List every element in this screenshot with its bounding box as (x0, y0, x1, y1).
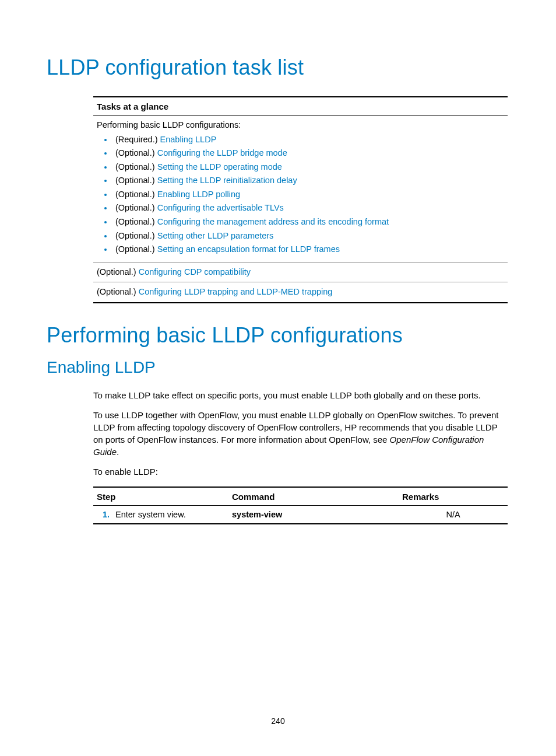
tasks-row-trapping: (Optional.) Configuring LLDP trapping an… (93, 282, 508, 303)
task-item: (Optional.) Configuring the LLDP bridge … (113, 148, 504, 159)
task-prefix: (Optional.) (115, 217, 157, 226)
tasks-row-cdp: (Optional.) Configuring CDP compatibilit… (93, 262, 508, 282)
task-prefix: (Optional.) (97, 287, 139, 296)
task-item: (Optional.) Configuring the advertisable… (113, 202, 504, 214)
task-item: (Optional.) Setting the LLDP reinitializ… (113, 175, 504, 187)
task-item: (Optional.) Enabling LLDP polling (113, 189, 504, 201)
step-cell-remarks: N/A (399, 505, 508, 524)
step-row: 1.Enter system view. system-view N/A (93, 505, 508, 524)
task-link[interactable]: Configuring LLDP trapping and LLDP-MED t… (139, 287, 333, 296)
task-item: (Optional.) Configuring the management a… (113, 216, 504, 228)
steps-table: Step Command Remarks 1.Enter system view… (93, 487, 508, 524)
task-prefix: (Optional.) (115, 162, 157, 172)
body-block: To make LLDP take effect on specific por… (93, 390, 509, 478)
task-item: (Optional.) Setting an encapsulation for… (113, 244, 504, 256)
task-prefix: (Required.) (115, 135, 160, 144)
step-command: system-view (232, 510, 282, 519)
paragraph: To make LLDP take effect on specific por… (93, 390, 509, 402)
task-link[interactable]: Setting other LLDP parameters (157, 231, 274, 240)
heading-task-list: LLDP configuration task list (47, 55, 509, 80)
document-page: LLDP configuration task list Tasks at a … (0, 0, 556, 756)
task-prefix: (Optional.) (115, 148, 157, 158)
paragraph: To use LLDP together with OpenFlow, you … (93, 410, 509, 458)
page-number: 240 (0, 716, 556, 726)
task-link[interactable]: Enabling LLDP (160, 135, 217, 144)
task-prefix: (Optional.) (97, 267, 139, 276)
tasks-header: Tasks at a glance (93, 97, 508, 116)
tasks-table: Tasks at a glance Performing basic LLDP … (93, 96, 508, 303)
steps-header-step: Step (93, 487, 228, 506)
para-text: . (117, 447, 119, 457)
task-item: (Required.) Enabling LLDP (113, 134, 504, 146)
task-prefix: (Optional.) (115, 244, 157, 254)
task-link[interactable]: Configuring CDP compatibility (139, 267, 251, 276)
steps-header-command: Command (228, 487, 399, 506)
task-prefix: (Optional.) (115, 203, 157, 212)
steps-header-remarks: Remarks (399, 487, 508, 506)
heading-performing-basic: Performing basic LLDP configurations (47, 323, 509, 348)
task-prefix: (Optional.) (115, 190, 157, 199)
task-link[interactable]: Setting an encapsulation format for LLDP… (157, 244, 340, 254)
task-link[interactable]: Setting the LLDP reinitialization delay (157, 176, 297, 185)
tasks-list: (Required.) Enabling LLDP (Optional.) Co… (97, 134, 504, 256)
task-prefix: (Optional.) (115, 231, 157, 240)
task-link[interactable]: Setting the LLDP operating mode (157, 162, 282, 172)
step-cell-step: 1.Enter system view. (93, 505, 228, 524)
step-number: 1. (97, 510, 110, 519)
step-description: Enter system view. (115, 510, 186, 519)
task-prefix: (Optional.) (115, 176, 157, 185)
task-link[interactable]: Configuring the LLDP bridge mode (157, 148, 287, 158)
step-cell-command: system-view (228, 505, 399, 524)
task-link[interactable]: Configuring the management address and i… (157, 217, 389, 226)
tasks-row-basic: Performing basic LLDP configurations: (R… (93, 116, 508, 262)
heading-enabling-lldp: Enabling LLDP (47, 358, 509, 377)
paragraph: To enable LLDP: (93, 466, 509, 478)
task-link[interactable]: Configuring the advertisable TLVs (157, 203, 284, 212)
tasks-intro: Performing basic LLDP configurations: (97, 120, 504, 131)
task-item: (Optional.) Setting other LLDP parameter… (113, 230, 504, 242)
task-item: (Optional.) Setting the LLDP operating m… (113, 162, 504, 173)
task-link[interactable]: Enabling LLDP polling (157, 190, 240, 199)
